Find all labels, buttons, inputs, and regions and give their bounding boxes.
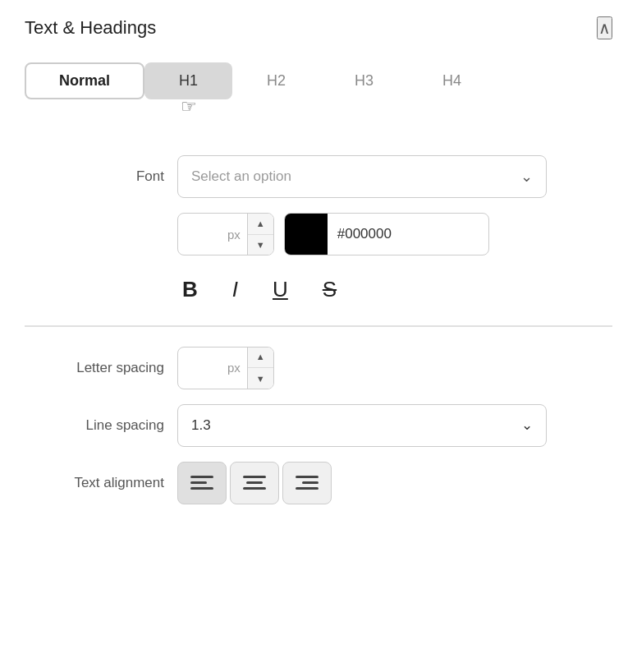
divider bbox=[25, 325, 612, 327]
line-spacing-chevron-icon: ⌄ bbox=[521, 417, 533, 434]
svg-rect-3 bbox=[243, 476, 266, 478]
italic-button[interactable]: I bbox=[227, 274, 243, 306]
line-spacing-row: Line spacing 1.3 ⌄ bbox=[33, 404, 612, 447]
align-right-button[interactable] bbox=[282, 462, 332, 504]
color-hex-value[interactable]: #000000 bbox=[328, 226, 401, 242]
svg-rect-6 bbox=[296, 476, 318, 478]
align-center-icon bbox=[243, 474, 266, 492]
letter-spacing-decrement-button[interactable]: ▼ bbox=[248, 368, 273, 389]
letter-spacing-label: Letter spacing bbox=[33, 360, 164, 376]
cursor-icon: ☞ bbox=[181, 96, 197, 117]
tab-h3[interactable]: H3 bbox=[320, 62, 408, 99]
svg-rect-2 bbox=[190, 487, 213, 490]
format-buttons-row: B I U S bbox=[33, 274, 612, 306]
line-spacing-select[interactable]: 1.3 ⌄ bbox=[177, 404, 547, 447]
letter-spacing-increment-button[interactable]: ▲ bbox=[248, 347, 273, 369]
tab-h4[interactable]: H4 bbox=[408, 62, 496, 99]
size-unit-label: px bbox=[227, 228, 247, 242]
tab-normal[interactable]: Normal bbox=[25, 62, 144, 99]
bold-button[interactable]: B bbox=[177, 274, 203, 306]
font-size-input-group: 14 px ▲ ▼ bbox=[177, 213, 274, 255]
font-row: Font Select an option ⌄ bbox=[33, 155, 612, 198]
chevron-down-icon: ⌄ bbox=[520, 168, 533, 186]
text-alignment-row: Text alignment bbox=[33, 462, 612, 504]
tab-h1[interactable]: H1 bbox=[144, 62, 232, 99]
svg-rect-4 bbox=[246, 481, 263, 484]
align-right-icon bbox=[296, 474, 318, 492]
alignment-group bbox=[177, 462, 332, 504]
color-picker-group[interactable]: #000000 bbox=[284, 213, 489, 255]
text-alignment-label: Text alignment bbox=[33, 475, 164, 491]
letter-spacing-unit: px bbox=[227, 361, 247, 375]
size-color-row: 14 px ▲ ▼ #000000 bbox=[33, 213, 612, 255]
letter-spacing-row: Letter spacing 0 px ▲ ▼ bbox=[33, 347, 612, 389]
letter-spacing-input-group: 0 px ▲ ▼ bbox=[177, 347, 274, 389]
size-decrement-button[interactable]: ▼ bbox=[248, 235, 273, 256]
svg-rect-8 bbox=[296, 487, 318, 490]
svg-rect-1 bbox=[190, 481, 207, 484]
line-spacing-label: Line spacing bbox=[33, 417, 164, 434]
form-section: Font Select an option ⌄ 14 px ▲ ▼ #00000… bbox=[25, 155, 612, 306]
align-center-button[interactable] bbox=[230, 462, 279, 504]
tabs-row: Normal H1 ☞ H2 H3 H4 bbox=[25, 62, 612, 99]
underline-button[interactable]: U bbox=[268, 274, 293, 306]
align-left-icon bbox=[190, 474, 213, 492]
svg-rect-5 bbox=[243, 487, 266, 490]
spacing-section: Letter spacing 0 px ▲ ▼ Line spacing 1.3… bbox=[25, 347, 612, 504]
font-size-input[interactable]: 14 bbox=[178, 226, 227, 242]
collapse-button[interactable]: ∧ bbox=[597, 16, 612, 39]
svg-rect-7 bbox=[302, 481, 318, 484]
panel-title: Text & Headings bbox=[25, 17, 156, 39]
strikethrough-button[interactable]: S bbox=[318, 274, 341, 306]
color-swatch[interactable] bbox=[285, 213, 328, 255]
line-spacing-value: 1.3 bbox=[191, 417, 211, 434]
align-left-button[interactable] bbox=[177, 462, 227, 504]
font-select-placeholder: Select an option bbox=[191, 168, 291, 185]
font-size-stepper: ▲ ▼ bbox=[247, 213, 273, 255]
size-increment-button[interactable]: ▲ bbox=[248, 213, 273, 235]
font-label: Font bbox=[33, 168, 164, 185]
letter-spacing-input[interactable]: 0 bbox=[178, 360, 227, 376]
letter-spacing-stepper: ▲ ▼ bbox=[247, 347, 273, 389]
tab-h2[interactable]: H2 bbox=[232, 62, 320, 99]
font-select[interactable]: Select an option ⌄ bbox=[177, 155, 547, 198]
svg-rect-0 bbox=[190, 476, 213, 478]
panel-header: Text & Headings ∧ bbox=[25, 16, 612, 39]
